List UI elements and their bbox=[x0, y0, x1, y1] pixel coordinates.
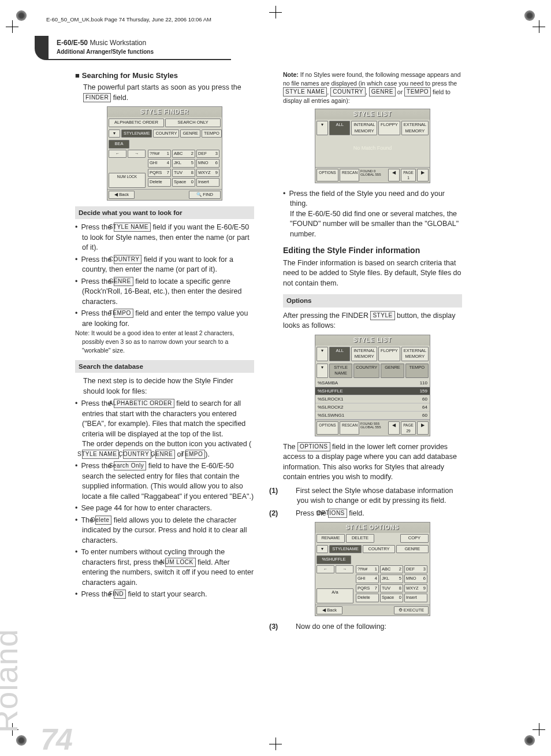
rescan-button: RESCAN bbox=[340, 421, 359, 434]
body-text: The Finder information is based on searc… bbox=[283, 258, 462, 289]
screenshot-style-list: STYLE LIST ▾ ALL INTERNAL MEMORY FLOPPY … bbox=[315, 335, 430, 436]
shot-tab: STYLENAME bbox=[121, 129, 152, 138]
section-subtitle: Additional Arranger/Style functions bbox=[57, 48, 231, 56]
page-prev-icon: ◀ bbox=[388, 169, 400, 181]
stylename-label: STYLE NAME bbox=[283, 87, 327, 97]
execute-button: ⚙ EXECUTE bbox=[394, 606, 429, 615]
case-toggle: A/a bbox=[317, 588, 353, 603]
shot-tab: ALL bbox=[329, 121, 350, 135]
search-only-label: Search Only bbox=[114, 461, 147, 470]
key-label: DEF bbox=[198, 151, 207, 157]
note-text: If no Styles were found, the following m… bbox=[283, 71, 461, 87]
page-indicator: PAGE 29 bbox=[401, 421, 416, 434]
copy-button: COPY bbox=[400, 534, 429, 543]
shot-button: ALPHABETIC ORDER bbox=[109, 118, 164, 127]
key-num: 8 bbox=[399, 585, 401, 592]
shot-tab: EXTERNAL MEMORY bbox=[401, 121, 429, 135]
delete-label: Delete bbox=[95, 516, 111, 525]
delete-key: Delete bbox=[148, 178, 171, 187]
body-text: If the E-60/E-50 did find one or several… bbox=[290, 210, 459, 238]
col-header: STYLE NAME bbox=[329, 364, 352, 378]
corner-ornament bbox=[16, 10, 27, 21]
back-button: ◀ Back bbox=[317, 606, 342, 615]
page-indicator: PAGE 1 bbox=[401, 169, 416, 181]
options-button: OPTIONS bbox=[317, 169, 338, 181]
shot-tab: COUNTRY bbox=[153, 129, 179, 138]
page-prev-icon: ◀ bbox=[388, 421, 400, 434]
shot-tab: INTERNAL MEMORY bbox=[351, 121, 377, 135]
sort-icon: ▾ bbox=[109, 129, 120, 138]
body-text: field. bbox=[111, 94, 128, 102]
shot-tab: GENRE bbox=[180, 129, 200, 138]
product-tag: Music Workstation bbox=[90, 39, 146, 47]
rescan-button: RESCAN bbox=[340, 169, 359, 181]
section-heading: Editing the Style Finder information bbox=[283, 245, 462, 257]
shot-tab: COUNTRY bbox=[363, 545, 395, 554]
key-num: 2 bbox=[399, 566, 401, 573]
input-value: %SHUFFLE bbox=[317, 555, 351, 564]
shot-tab: EXTERNAL MEMORY bbox=[401, 347, 429, 361]
genre-label: GENRE bbox=[369, 87, 396, 97]
step-number: (1) bbox=[283, 486, 296, 496]
crop-mark bbox=[533, 20, 545, 33]
column-left: Searching for Music Styles The powerful … bbox=[75, 71, 254, 603]
key-num: 7 bbox=[167, 170, 169, 176]
corner-ornament bbox=[524, 10, 535, 21]
find-button: 🔍 FIND bbox=[189, 191, 221, 199]
country-label: COUNTRY bbox=[114, 255, 142, 264]
body-text: The bbox=[283, 443, 297, 451]
key-label: ABC bbox=[174, 151, 183, 157]
global-count: GLOBAL 555 bbox=[360, 173, 381, 176]
step-text: First select the Style whose database in… bbox=[296, 487, 453, 505]
key-label: Space bbox=[174, 179, 186, 186]
sort-icon: ▾ bbox=[317, 545, 328, 554]
page-header: E-60/E-50 Music Workstation Additional A… bbox=[35, 36, 231, 60]
country-label: COUNTRY bbox=[123, 450, 151, 459]
screenshot-style-list-empty: STYLE LIST ▾ ALL INTERNAL MEMORY FLOPPY … bbox=[315, 109, 430, 183]
options-label: OPTIONS bbox=[297, 442, 330, 451]
key-num: 4 bbox=[375, 576, 377, 582]
key-label: WXYZ bbox=[406, 585, 419, 592]
key-label: Space bbox=[382, 595, 394, 601]
body-text: After pressing the FINDER bbox=[283, 312, 370, 320]
key-label: WXYZ bbox=[198, 170, 211, 176]
column-right: Note: If no Styles were found, the follo… bbox=[283, 71, 462, 636]
sort-icon: ▾ bbox=[317, 121, 328, 135]
subheading: Options bbox=[283, 294, 462, 307]
key-num: 7 bbox=[375, 585, 377, 592]
subheading: Decide what you want to look for bbox=[75, 206, 254, 219]
find-label: FIND bbox=[114, 590, 126, 599]
key-label: JKL bbox=[382, 576, 389, 582]
shot-title: STYLE OPTIONS bbox=[315, 522, 430, 533]
style-button-label: STYLE bbox=[370, 311, 394, 320]
page-next-icon: ▶ bbox=[417, 169, 429, 181]
col-header: COUNTRY bbox=[353, 364, 379, 378]
col-header: TEMPO bbox=[405, 364, 429, 378]
shot-button: SEARCH ONLY bbox=[165, 118, 221, 127]
numlock-button: NUM LOCK bbox=[109, 173, 146, 188]
corner-ornament bbox=[16, 735, 27, 746]
key-label: ABC bbox=[382, 566, 390, 573]
shot-title: STYLE LIST bbox=[315, 335, 430, 346]
key-num: 5 bbox=[399, 576, 401, 582]
sort-icon: ▾ bbox=[317, 364, 328, 378]
list-item: %SLSWNG160 bbox=[315, 412, 430, 420]
crop-mark bbox=[269, 6, 282, 18]
product-name: E-60/E-50 bbox=[57, 39, 88, 47]
shot-tab: FLOPPY bbox=[378, 347, 400, 361]
body-text: Press the field of the Style you need an… bbox=[289, 190, 445, 208]
step-number: (3) bbox=[283, 622, 296, 632]
list-item: %SLROCK264 bbox=[315, 403, 430, 412]
shot-tab: GENRE bbox=[396, 545, 429, 554]
step-text: field. bbox=[347, 509, 364, 517]
global-count: GLOBAL 555 bbox=[360, 425, 381, 429]
note-text: Note: It would be a good idea to enter a… bbox=[82, 329, 254, 354]
delete-button: DELETE bbox=[346, 534, 374, 543]
key-num: 9 bbox=[215, 170, 218, 176]
note-label: Note: bbox=[283, 71, 299, 78]
screenshot-style-finder: STYLE FINDER ALPHABETIC ORDER SEARCH ONL… bbox=[107, 106, 222, 201]
key-label: PQRS bbox=[358, 585, 370, 592]
arrow-right-icon: → bbox=[128, 150, 146, 158]
key-num: 6 bbox=[423, 576, 426, 582]
key-num: 4 bbox=[167, 160, 169, 166]
